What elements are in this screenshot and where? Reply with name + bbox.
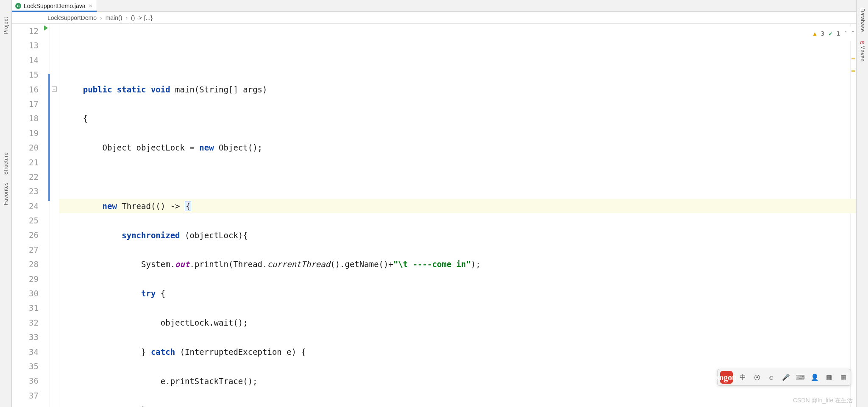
line-number: 16 xyxy=(12,82,39,97)
breadcrumb-lambda[interactable]: () -> {...} xyxy=(131,14,153,21)
line-number: 15 xyxy=(12,67,39,82)
warning-count: 3 xyxy=(821,26,824,41)
fold-handle-icon[interactable]: − xyxy=(52,86,57,92)
line-number: 36 xyxy=(12,374,39,388)
line-number: 24 xyxy=(12,199,39,213)
ime-keyboard-icon[interactable]: ⌨ xyxy=(796,373,805,382)
code-line[interactable]: synchronized (objectLock){ xyxy=(59,228,856,243)
line-number: 25 xyxy=(12,213,39,228)
tab-locksupportdemo[interactable]: C LockSupportDemo.java × xyxy=(12,0,97,11)
code-line[interactable]: objectLock.wait(); xyxy=(59,315,856,330)
chevron-right-icon: › xyxy=(125,14,128,21)
line-number: 29 xyxy=(12,272,39,286)
line-number: 37 xyxy=(12,388,39,403)
code-line[interactable] xyxy=(59,170,856,184)
line-number: 35 xyxy=(12,359,39,374)
line-number: 13 xyxy=(12,38,39,53)
line-number: 30 xyxy=(12,286,39,301)
warning-icon: ▲ xyxy=(813,26,816,41)
prev-highlight-icon[interactable]: ˄ xyxy=(844,26,847,41)
right-tool-rail: Database m Maven xyxy=(856,0,868,407)
code-line[interactable]: { xyxy=(59,111,856,125)
caret-brace: { xyxy=(185,201,191,211)
line-number: 26 xyxy=(12,228,39,242)
ime-voice-icon[interactable]: 🎤 xyxy=(781,373,790,382)
tool-maven[interactable]: Maven xyxy=(860,45,865,62)
ime-toolbox-icon[interactable]: ▦ xyxy=(839,373,848,382)
java-class-icon: C xyxy=(15,3,21,9)
watermark-text: CSDN @In_life 在生活 xyxy=(793,397,853,404)
stripe-marker[interactable] xyxy=(851,70,855,72)
code-area[interactable]: ▲ 3 ✔ 1 ˄ ˅ public static void main(Stri… xyxy=(59,24,856,407)
tool-database[interactable]: Database xyxy=(860,8,865,32)
breadcrumb-class[interactable]: LockSupportDemo xyxy=(47,14,97,21)
line-number: 32 xyxy=(12,315,39,330)
stripe-marker[interactable] xyxy=(851,58,855,59)
code-line[interactable]: System.out.println(Thread.currentThread(… xyxy=(59,257,856,271)
ime-skin-icon[interactable]: ▦ xyxy=(824,373,834,382)
line-number: 14 xyxy=(12,53,39,67)
code-line[interactable]: public static void main(String[] args) xyxy=(59,82,856,97)
ime-punct-icon[interactable]: ⦿ xyxy=(752,373,762,382)
line-number: 34 xyxy=(12,345,39,359)
ime-lang-toggle[interactable]: 中 xyxy=(738,373,747,382)
next-highlight-icon[interactable]: ˅ xyxy=(851,26,854,41)
line-number: 18 xyxy=(12,111,39,125)
breadcrumb: LockSupportDemo › main() › () -> {...} xyxy=(12,12,856,24)
code-line[interactable]: } catch (InterruptedException e) { xyxy=(59,345,856,359)
line-number: 23 xyxy=(12,184,39,198)
ime-emoji-icon[interactable]: ☺ xyxy=(767,373,776,382)
tool-project[interactable]: Project xyxy=(3,17,9,34)
line-number: 31 xyxy=(12,301,39,315)
ok-check-icon: ✔ xyxy=(829,26,832,41)
line-number: 17 xyxy=(12,97,39,111)
code-line[interactable]: Object objectLock = new Object(); xyxy=(59,140,856,155)
code-line[interactable]: try { xyxy=(59,286,856,301)
chevron-right-icon: › xyxy=(100,14,102,21)
line-number-gutter: 12 13 14 15 16 17 18 19 20 21 22 23 24 2… xyxy=(12,24,50,407)
left-tool-rail: Project Structure Favorites xyxy=(0,0,12,407)
ok-count: 1 xyxy=(837,26,840,41)
line-number: 22 xyxy=(12,170,39,184)
line-number: 21 xyxy=(12,155,39,170)
close-tab-icon[interactable]: × xyxy=(89,3,92,9)
run-gutter-icon[interactable] xyxy=(44,25,48,31)
tool-favorites[interactable]: Favorites xyxy=(3,182,9,205)
maven-icon: m xyxy=(860,39,865,45)
line-number: 12 xyxy=(12,24,39,38)
inspections-widget[interactable]: ▲ 3 ✔ 1 ˄ ˅ xyxy=(813,26,854,41)
line-number: 38 xyxy=(12,403,39,407)
code-line-current[interactable]: new Thread(() -> { xyxy=(59,199,856,213)
line-number: 28 xyxy=(12,257,39,271)
tool-structure[interactable]: Structure xyxy=(3,152,9,175)
code-line[interactable]: } xyxy=(59,403,856,407)
ime-user-icon[interactable]: 👤 xyxy=(810,373,819,382)
editor-tabs: C LockSupportDemo.java × xyxy=(12,0,856,12)
breadcrumb-method[interactable]: main() xyxy=(106,14,122,21)
ime-toolbar[interactable]: sogou 中 ⦿ ☺ 🎤 ⌨ 👤 ▦ ▦ xyxy=(717,369,851,386)
line-number: 19 xyxy=(12,126,39,140)
fold-column[interactable]: − xyxy=(50,24,59,407)
line-number: 20 xyxy=(12,140,39,155)
sogou-icon[interactable]: sogou xyxy=(720,371,733,384)
code-editor[interactable]: 12 13 14 15 16 17 18 19 20 21 22 23 24 2… xyxy=(12,24,856,407)
tab-label: LockSupportDemo.java xyxy=(24,3,86,9)
line-number: 33 xyxy=(12,330,39,344)
line-number: 27 xyxy=(12,243,39,257)
